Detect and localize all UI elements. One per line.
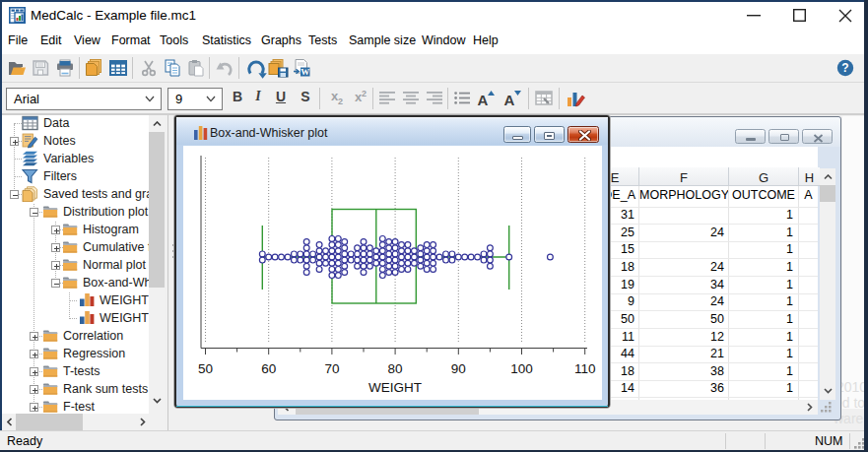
svg-text:W: W	[300, 67, 309, 77]
svg-text:50: 50	[198, 361, 213, 376]
svg-text:90: 90	[451, 361, 466, 376]
svg-text:70: 70	[324, 361, 339, 376]
svg-text:100: 100	[510, 361, 533, 376]
svg-text:110: 110	[574, 361, 596, 376]
svg-text:60: 60	[261, 361, 276, 376]
svg-text:A: A	[478, 92, 489, 107]
svg-text:?: ?	[841, 61, 848, 75]
svg-text:80: 80	[388, 361, 403, 376]
svg-text:WEIGHT: WEIGHT	[368, 380, 422, 395]
svg-text:A: A	[504, 92, 515, 107]
